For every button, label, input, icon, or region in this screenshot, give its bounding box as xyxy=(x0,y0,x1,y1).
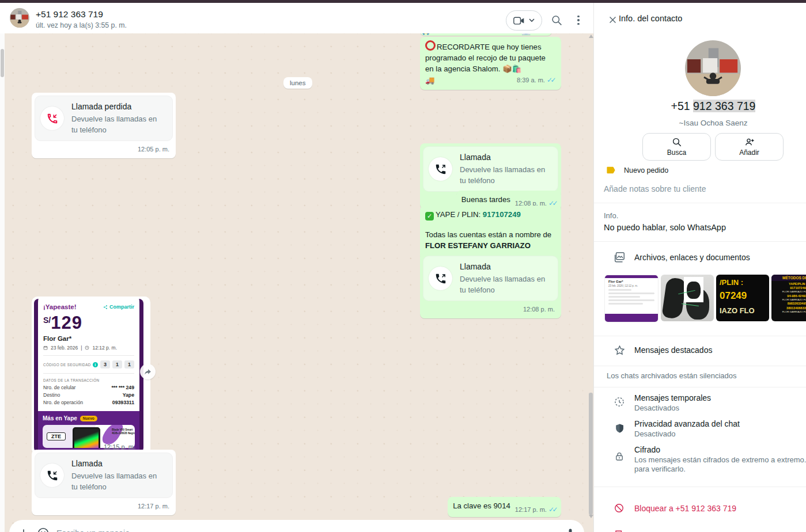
yape-currency: S/ xyxy=(43,316,51,325)
date-chip: lunes xyxy=(283,77,312,89)
thumb-text: IAZO FLO xyxy=(720,306,769,315)
message-text: RECORDARTE que hoy tienes programado el … xyxy=(425,43,546,73)
chat-contact-name[interactable]: +51 912 363 719 xyxy=(36,9,103,20)
thumb-text: 23 feb. 2026 | 12:12 p. m. xyxy=(608,284,654,287)
thumb-text: 917107249 xyxy=(771,286,806,290)
message-text: Todas las cuentas están a nombre de xyxy=(425,229,556,240)
tx-value: Yape xyxy=(123,392,134,398)
security-digit: 1 xyxy=(124,360,134,368)
media-section-title[interactable]: Archivos, enlaces y documentos xyxy=(634,253,750,262)
new-badge: Nuevo xyxy=(80,416,97,421)
zte-logo: ZTE xyxy=(47,432,66,440)
scroll-up-arrow[interactable] xyxy=(589,35,593,38)
avatar-trucks-photo xyxy=(685,40,741,96)
encryption-description: Los mensajes están cifrados de extremo a… xyxy=(634,455,806,473)
call-title: Llamada xyxy=(71,458,163,469)
message-bubble-out[interactable]: La clave es 9014 12:17 p. m.✓✓ xyxy=(448,497,561,517)
call-message[interactable]: Llamada Devuelve las llamadas en tu telé… xyxy=(32,450,176,515)
starred-messages-row[interactable]: Mensajes destacados xyxy=(634,345,712,355)
advanced-privacy-title[interactable]: Privacidad avanzada del chat xyxy=(634,419,740,428)
message-input[interactable]: Escribe un mensaje xyxy=(56,529,558,532)
video-camera-icon xyxy=(513,16,525,25)
forward-message-button[interactable] xyxy=(140,364,156,379)
yape-footer-title: Más en Yape xyxy=(43,415,77,421)
disappearing-messages-status: Desactivados xyxy=(634,404,679,412)
call-message[interactable]: Llamada Devuelve las llamadas en tu telé… xyxy=(420,253,561,318)
calendar-icon xyxy=(43,345,48,350)
chatlist-scrollbar-thumb[interactable] xyxy=(1,49,4,77)
panel-title: Info. del contacto xyxy=(619,14,682,23)
chat-scrollbar[interactable] xyxy=(588,33,593,532)
chat-contact-status: últ. vez hoy a la(s) 3:55 p. m. xyxy=(36,21,127,29)
contact-avatar[interactable] xyxy=(10,8,29,28)
info-heading: Info. xyxy=(604,211,618,220)
attach-plus-icon[interactable] xyxy=(17,527,30,532)
yape-receipt-image-message[interactable]: ¡Yapeaste! Compartir S/129 Flor Gar* 23 … xyxy=(32,297,150,455)
media-thumb-plin-number[interactable]: /PLIN : 07249 IAZO FLO xyxy=(716,275,769,321)
outgoing-call-icon xyxy=(429,157,452,181)
plin-number[interactable]: 917107249 xyxy=(483,210,521,219)
media-files-icon xyxy=(612,250,626,264)
message-time: 12:05 p. m. xyxy=(138,146,169,153)
message-time: 12:17 p. m. xyxy=(138,503,169,510)
call-title: Llamada perdida xyxy=(71,101,163,112)
missed-call-icon xyxy=(40,107,64,130)
contact-phone-number[interactable]: +51 912 363 719 xyxy=(594,100,806,113)
missed-call-message[interactable]: Llamada perdida Devuelve las llamadas en… xyxy=(32,93,176,158)
scroll-down-arrow[interactable] xyxy=(589,515,593,518)
block-contact-row[interactable]: Bloquear a +51 912 363 719 xyxy=(634,504,736,513)
close-panel-button[interactable] xyxy=(606,13,619,26)
tx-value: *** *** 249 xyxy=(111,385,134,390)
search-icon xyxy=(672,137,682,147)
yape-recipient: Flor Gar* xyxy=(43,335,134,342)
incoming-call-icon xyxy=(40,463,64,487)
info-icon: i xyxy=(93,362,98,367)
yape-header: ¡Yapeaste! xyxy=(43,303,77,310)
check-emoji: ✓ xyxy=(425,212,434,221)
outgoing-call-icon xyxy=(429,267,452,290)
search-contact-button[interactable]: Busca xyxy=(642,133,711,161)
disappearing-messages-title[interactable]: Mensajes temporales xyxy=(634,393,711,402)
thumb-text: Flor Gar* xyxy=(608,280,654,283)
yape-date: 23 feb. 2026 xyxy=(51,345,78,351)
media-thumb-knee-brace[interactable] xyxy=(661,275,714,321)
media-thumb-payment-methods[interactable]: MÉTODOS DE PA YAPE/PLIN : 917107249 FLOR… xyxy=(771,275,806,321)
message-text: Buenas tardes xyxy=(461,195,510,204)
contact-alias: ~Isau Ochoa Saenz xyxy=(594,119,806,127)
product-name: Blade V50 Smart 4GB+128GB Negro xyxy=(112,428,135,435)
notes-input[interactable]: Añade notas sobre tu cliente xyxy=(604,184,706,193)
clock-icon xyxy=(85,345,89,350)
close-icon xyxy=(608,15,618,25)
media-thumb-yape-receipt[interactable]: Flor Gar* 23 feb. 2026 | 12:12 p. m. xyxy=(604,275,659,322)
thumb-text: FLOR GARRIAZO FLORES xyxy=(771,290,806,293)
search-in-chat-button[interactable] xyxy=(550,13,563,27)
chat-scrollbar-thumb[interactable] xyxy=(589,393,593,515)
message-bubble-out[interactable]: RECORDARTE que hoy tienes programado el … xyxy=(420,37,561,90)
search-button-label: Busca xyxy=(667,149,686,157)
contact-profile-photo[interactable] xyxy=(685,40,741,96)
star-icon xyxy=(612,343,626,357)
thumb-text: FLOR GARRIAZO FLORES xyxy=(771,310,806,313)
thumb-text: FLOR GARRIAZO FLORES xyxy=(771,298,806,301)
whatsapp-window: +51 912 363 719 últ. vez hoy a la(s) 3:5… xyxy=(0,0,806,532)
chevron-down-icon xyxy=(529,18,535,22)
share-icon xyxy=(103,305,108,310)
tx-key: Nro. de celular xyxy=(43,385,76,390)
thumb-text: MÉTODOS DE PA xyxy=(771,275,806,281)
message-time: 8:39 a. m. xyxy=(517,77,545,83)
encryption-lock-icon xyxy=(612,450,626,463)
call-subtitle: Devuelve las llamadas en tu teléfono xyxy=(71,470,163,492)
share-button: Compartir xyxy=(103,304,134,310)
security-code-label: CÓDIGO DE SEGURIDAD xyxy=(43,363,91,367)
label-row[interactable]: Nuevo pedido xyxy=(606,166,668,174)
call-title: Llamada xyxy=(460,152,548,163)
call-subtitle: Devuelve las llamadas en tu teléfono xyxy=(460,164,548,186)
message-input-bar: Escribe un mensaje xyxy=(9,520,584,532)
encryption-title[interactable]: Cifrado xyxy=(634,445,660,454)
add-contact-button[interactable]: Añadir xyxy=(715,133,784,161)
video-call-button[interactable] xyxy=(506,10,542,31)
chat-menu-button[interactable] xyxy=(572,13,585,27)
emoji-icon[interactable] xyxy=(37,527,50,532)
disappearing-messages-icon xyxy=(612,395,626,409)
mic-icon[interactable] xyxy=(565,527,576,532)
